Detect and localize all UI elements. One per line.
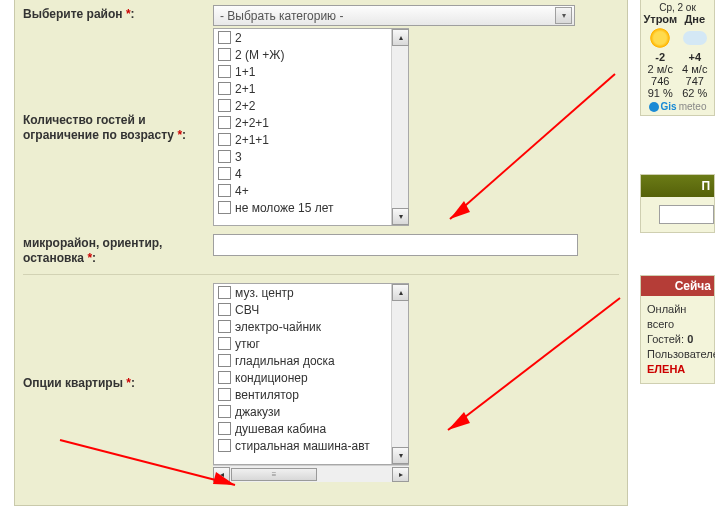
checkbox[interactable] bbox=[218, 337, 231, 350]
row-district: Выберите район *: - Выбрать категорию - … bbox=[23, 5, 619, 26]
list-item-label: 2+1+1 bbox=[235, 133, 269, 147]
checkbox[interactable] bbox=[218, 167, 231, 180]
checkbox[interactable] bbox=[218, 422, 231, 435]
list-item[interactable]: кондиционер bbox=[214, 369, 392, 386]
weather-humidity: 62 % bbox=[678, 87, 713, 99]
checkbox[interactable] bbox=[218, 82, 231, 95]
checkbox[interactable] bbox=[218, 184, 231, 197]
weather-date: Ср, 2 ок bbox=[641, 2, 714, 13]
list-item-label: не моложе 15 лет bbox=[235, 201, 333, 215]
list-item-label: джакузи bbox=[235, 405, 280, 419]
online-guests: Гостей: 0 bbox=[647, 332, 708, 347]
list-item-label: 4 bbox=[235, 167, 242, 181]
online-total: Онлайн всего bbox=[647, 302, 708, 332]
main-form-panel: Выберите район *: - Выбрать категорию - … bbox=[14, 0, 628, 506]
hscroll-thumb[interactable]: ≡ bbox=[231, 468, 317, 481]
weather-temp: -2 bbox=[655, 51, 665, 63]
checkbox[interactable] bbox=[218, 150, 231, 163]
search-input[interactable] bbox=[659, 205, 714, 224]
list-item-label: 2+1 bbox=[235, 82, 255, 96]
checkbox[interactable] bbox=[218, 65, 231, 78]
guests-listbox[interactable]: 22 (М +Ж)1+12+12+22+2+12+1+1344+не молож… bbox=[213, 28, 409, 226]
weather-pressure: 746 bbox=[643, 75, 678, 87]
sun-icon bbox=[649, 27, 671, 49]
list-item-label: электро-чайник bbox=[235, 320, 321, 334]
row-micro: микрорайон, ориентир, остановка *: bbox=[23, 234, 619, 266]
list-item[interactable]: не моложе 15 лет bbox=[214, 199, 392, 216]
weather-col-day: Дне bbox=[684, 13, 705, 25]
list-item[interactable]: гладильная доска bbox=[214, 352, 392, 369]
list-item[interactable]: 2+2 bbox=[214, 97, 392, 114]
list-item[interactable]: 2 bbox=[214, 29, 392, 46]
list-item[interactable]: электро-чайник bbox=[214, 318, 392, 335]
checkbox[interactable] bbox=[218, 116, 231, 129]
list-item-label: утюг bbox=[235, 337, 260, 351]
list-item[interactable]: 2+1+1 bbox=[214, 131, 392, 148]
list-item[interactable]: 2 (М +Ж) bbox=[214, 46, 392, 63]
checkbox[interactable] bbox=[218, 388, 231, 401]
scroll-down-icon[interactable]: ▾ bbox=[392, 208, 409, 225]
online-users-label: Пользователе bbox=[647, 347, 708, 362]
list-item[interactable]: 4 bbox=[214, 165, 392, 182]
list-item-label: гладильная доска bbox=[235, 354, 335, 368]
list-item[interactable]: 4+ bbox=[214, 182, 392, 199]
options-scrollbar[interactable]: ▴ ▾ bbox=[391, 284, 408, 464]
checkbox[interactable] bbox=[218, 439, 231, 452]
checkbox[interactable] bbox=[218, 354, 231, 367]
label-district: Выберите район *: bbox=[23, 5, 213, 22]
scroll-up-icon[interactable]: ▴ bbox=[392, 284, 409, 301]
checkbox[interactable] bbox=[218, 99, 231, 112]
list-item[interactable]: вентилятор bbox=[214, 386, 392, 403]
row-options: Опции квартиры *: муз. центрСВЧэлектро-ч… bbox=[23, 283, 619, 482]
list-item[interactable]: 3 bbox=[214, 148, 392, 165]
chevron-down-icon[interactable]: ▾ bbox=[555, 7, 572, 24]
list-item-label: 2+2 bbox=[235, 99, 255, 113]
list-item[interactable]: утюг bbox=[214, 335, 392, 352]
checkbox[interactable] bbox=[218, 320, 231, 333]
list-item[interactable]: 2+1 bbox=[214, 80, 392, 97]
list-item[interactable]: СВЧ bbox=[214, 301, 392, 318]
gismeteo-link[interactable]: Gismeteo bbox=[641, 101, 714, 112]
list-item-label: СВЧ bbox=[235, 303, 259, 317]
options-listbox[interactable]: муз. центрСВЧэлектро-чайникутюггладильна… bbox=[213, 283, 409, 465]
weather-pressure: 747 bbox=[678, 75, 713, 87]
weather-humidity: 91 % bbox=[643, 87, 678, 99]
checkbox[interactable] bbox=[218, 405, 231, 418]
online-user-name[interactable]: ЕЛЕНА bbox=[647, 362, 708, 377]
district-select[interactable]: - Выбрать категорию - ▾ bbox=[213, 5, 575, 26]
search-panel-title: П bbox=[641, 175, 714, 197]
checkbox[interactable] bbox=[218, 286, 231, 299]
checkbox[interactable] bbox=[218, 371, 231, 384]
cloud-icon bbox=[683, 31, 707, 45]
list-item[interactable]: 2+2+1 bbox=[214, 114, 392, 131]
list-item[interactable]: джакузи bbox=[214, 403, 392, 420]
options-hscrollbar[interactable]: ◂ ≡ ▸ bbox=[213, 465, 409, 482]
online-panel-title: Сейча bbox=[641, 276, 714, 296]
district-select-value: - Выбрать категорию - bbox=[220, 9, 343, 23]
list-item-label: 2+2+1 bbox=[235, 116, 269, 130]
label-options: Опции квартиры *: bbox=[23, 374, 213, 391]
list-item-label: кондиционер bbox=[235, 371, 308, 385]
list-item-label: 3 bbox=[235, 150, 242, 164]
checkbox[interactable] bbox=[218, 133, 231, 146]
checkbox[interactable] bbox=[218, 31, 231, 44]
scroll-right-icon[interactable]: ▸ bbox=[392, 467, 409, 482]
scroll-left-icon[interactable]: ◂ bbox=[213, 467, 230, 482]
scroll-up-icon[interactable]: ▴ bbox=[392, 29, 409, 46]
list-item[interactable]: душевая кабина bbox=[214, 420, 392, 437]
search-panel: П bbox=[640, 174, 715, 233]
checkbox[interactable] bbox=[218, 48, 231, 61]
list-item[interactable]: муз. центр bbox=[214, 284, 392, 301]
checkbox[interactable] bbox=[218, 303, 231, 316]
micro-input[interactable] bbox=[213, 234, 578, 256]
list-item[interactable]: стиральная машина-авт bbox=[214, 437, 392, 454]
list-item-label: 2 bbox=[235, 31, 242, 45]
label-guests: Количество гостей и ограничение по возра… bbox=[23, 111, 213, 143]
checkbox[interactable] bbox=[218, 201, 231, 214]
scroll-down-icon[interactable]: ▾ bbox=[392, 447, 409, 464]
list-item-label: 1+1 bbox=[235, 65, 255, 79]
guests-scrollbar[interactable]: ▴ ▾ bbox=[391, 29, 408, 225]
list-item[interactable]: 1+1 bbox=[214, 63, 392, 80]
list-item-label: душевая кабина bbox=[235, 422, 326, 436]
list-item-label: 4+ bbox=[235, 184, 249, 198]
